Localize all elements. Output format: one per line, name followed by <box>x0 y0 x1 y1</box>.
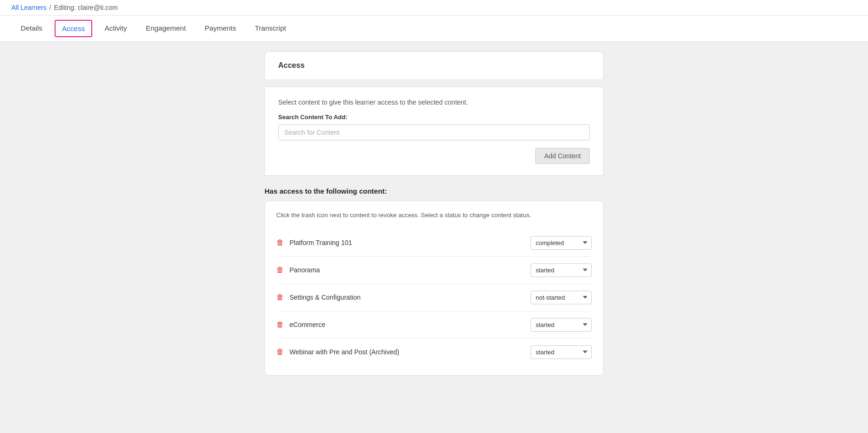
trash-icon[interactable]: 🗑 <box>276 320 284 329</box>
tab-activity[interactable]: Activity <box>95 16 137 41</box>
content-row: 🗑Panoramacompletedstartednot-started <box>276 256 592 284</box>
main-panel: Access Select content to give this learn… <box>265 51 603 376</box>
breadcrumb-editing: Editing: claire@ti.com <box>54 4 118 11</box>
trash-icon[interactable]: 🗑 <box>276 266 284 274</box>
add-content-button[interactable]: Add Content <box>535 148 590 164</box>
content-row: 🗑eCommercecompletedstartednot-started <box>276 311 592 338</box>
access-header-card: Access <box>265 51 603 79</box>
access-section-title: Access <box>278 61 590 70</box>
content-item-name: Settings & Configuration <box>289 294 530 301</box>
content-item-name: eCommerce <box>289 321 530 328</box>
content-row: 🗑Platform Training 101completedstartedno… <box>276 229 592 256</box>
status-select[interactable]: completedstartednot-started <box>530 236 592 250</box>
search-description: Select content to give this learner acce… <box>278 98 590 106</box>
has-access-label: Has access to the following content: <box>265 187 603 195</box>
tab-transcript[interactable]: Transcript <box>246 16 296 41</box>
content-rows-container: 🗑Platform Training 101completedstartedno… <box>276 229 592 366</box>
content-row: 🗑Webinar with Pre and Post (Archived)com… <box>276 338 592 366</box>
trash-icon[interactable]: 🗑 <box>276 238 284 247</box>
tab-details[interactable]: Details <box>11 16 52 41</box>
search-label: Search Content To Add: <box>278 114 590 121</box>
content-item-name: Platform Training 101 <box>289 239 530 246</box>
page-content: Access Select content to give this learn… <box>0 42 868 385</box>
status-select[interactable]: completedstartednot-started <box>530 263 592 277</box>
tab-access[interactable]: Access <box>55 20 92 37</box>
breadcrumb-separator: / <box>49 4 51 11</box>
content-item-name: Panorama <box>289 266 530 274</box>
all-learners-link[interactable]: All Learners <box>11 4 47 11</box>
search-card: Select content to give this learner acce… <box>265 87 603 176</box>
status-select[interactable]: completedstartednot-started <box>530 318 592 332</box>
content-list-card: Click the trash icon next to content to … <box>265 201 603 376</box>
search-content-input[interactable] <box>278 124 590 140</box>
status-select[interactable]: completedstartednot-started <box>530 345 592 359</box>
trash-icon[interactable]: 🗑 <box>276 348 284 356</box>
tab-engagement[interactable]: Engagement <box>137 16 195 41</box>
add-content-row: Add Content <box>278 148 590 164</box>
revoke-hint: Click the trash icon next to content to … <box>276 211 592 220</box>
trash-icon[interactable]: 🗑 <box>276 293 284 302</box>
status-select[interactable]: completedstartednot-started <box>530 291 592 304</box>
content-row: 🗑Settings & Configurationcompletedstarte… <box>276 284 592 311</box>
top-bar: All Learners / Editing: claire@ti.com <box>0 0 868 16</box>
tab-payments[interactable]: Payments <box>195 16 246 41</box>
tab-navigation: Details Access Activity Engagement Payme… <box>0 16 868 42</box>
content-item-name: Webinar with Pre and Post (Archived) <box>289 348 530 356</box>
